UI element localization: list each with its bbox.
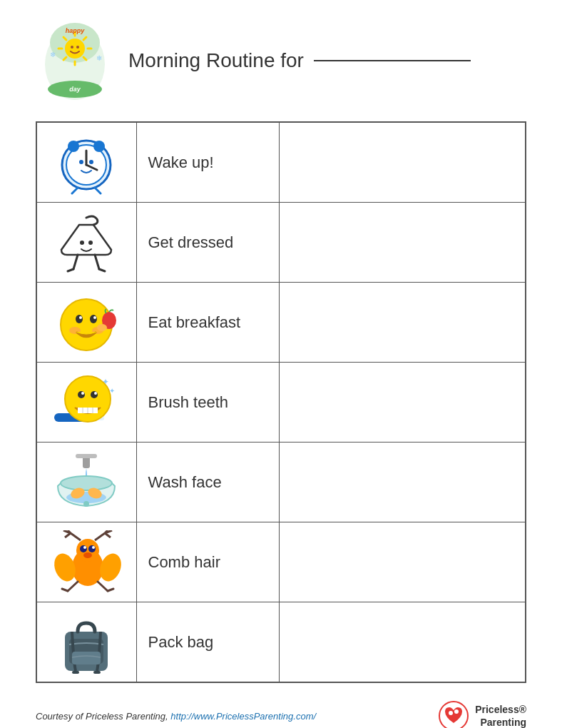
header: happy day ❄ ❄ Morning Routine for — [36, 21, 526, 100]
svg-point-81 — [83, 552, 92, 558]
svg-text:day: day — [69, 86, 81, 93]
svg-rect-90 — [72, 671, 79, 674]
svg-rect-92 — [72, 652, 101, 664]
check-cell-get-dressed[interactable] — [279, 203, 526, 283]
title-text: Morning Routine for — [128, 49, 304, 72]
svg-point-62 — [61, 476, 112, 490]
svg-point-94 — [449, 711, 453, 715]
svg-point-28 — [80, 241, 84, 245]
icon-cell-wake-up — [36, 122, 136, 203]
logo-badge: happy day ❄ ❄ — [36, 21, 114, 100]
svg-point-57 — [94, 392, 97, 395]
svg-point-42 — [97, 324, 107, 331]
svg-rect-61 — [76, 454, 97, 458]
svg-point-22 — [68, 141, 79, 152]
label-get-dressed: Get dressed — [136, 203, 279, 283]
svg-text:✦: ✦ — [102, 377, 109, 387]
check-cell-pack-bag[interactable] — [279, 602, 526, 683]
svg-point-80 — [92, 546, 95, 549]
label-wake-up: Wake up! — [136, 122, 279, 203]
svg-point-29 — [88, 241, 93, 245]
table-row: Wash face — [36, 443, 526, 522]
svg-text:❄: ❄ — [50, 51, 56, 59]
icon-cell-get-dressed — [36, 203, 136, 283]
svg-line-25 — [95, 188, 101, 193]
table-row: Get dressed — [36, 203, 526, 283]
label-eat-breakfast: Eat breakfast — [136, 283, 279, 363]
svg-line-32 — [68, 269, 73, 271]
table-row: Wake up! — [36, 122, 526, 203]
footer-courtesy: Courtesy of Priceless Parenting, http://… — [36, 711, 316, 722]
svg-point-66 — [83, 501, 89, 507]
svg-line-85 — [98, 582, 108, 591]
table-row: Comb hair — [36, 522, 526, 602]
svg-line-84 — [68, 582, 78, 591]
svg-point-27 — [89, 160, 93, 164]
brand-name: Priceless® Parenting — [475, 703, 526, 728]
icon-cell-comb-hair — [36, 522, 136, 602]
footer: Courtesy of Priceless Parenting, http://… — [36, 700, 526, 728]
check-cell-wash-face[interactable] — [279, 443, 526, 522]
table-row: ✦ ✦ Brush teeth — [36, 363, 526, 443]
footer-link[interactable]: http://www.PricelessParenting.com/ — [170, 711, 316, 722]
svg-point-26 — [79, 160, 83, 164]
svg-line-31 — [95, 255, 99, 269]
icon-cell-brush-teeth: ✦ ✦ — [36, 363, 136, 443]
svg-point-2 — [65, 39, 85, 59]
svg-point-11 — [71, 46, 73, 49]
svg-line-24 — [72, 188, 78, 193]
svg-line-69 — [71, 533, 81, 540]
svg-point-78 — [88, 545, 96, 552]
icon-cell-pack-bag — [36, 602, 136, 683]
name-underline — [314, 60, 471, 61]
svg-line-86 — [62, 589, 68, 591]
svg-point-77 — [80, 545, 87, 552]
check-cell-wake-up[interactable] — [279, 122, 526, 203]
svg-point-23 — [93, 141, 105, 152]
label-brush-teeth: Brush teeth — [136, 363, 279, 443]
svg-point-68 — [76, 539, 99, 562]
svg-point-40 — [93, 316, 96, 319]
footer-brand: Priceless® Parenting — [438, 700, 526, 728]
svg-line-73 — [95, 533, 105, 540]
label-wash-face: Wash face — [136, 443, 279, 522]
table-row: Eat breakfast — [36, 283, 526, 363]
svg-point-56 — [81, 392, 84, 395]
svg-text:❄: ❄ — [96, 54, 102, 62]
svg-rect-91 — [93, 671, 101, 674]
svg-line-33 — [99, 269, 105, 271]
brand-logo-icon — [438, 700, 469, 728]
check-cell-brush-teeth[interactable] — [279, 363, 526, 443]
label-comb-hair: Comb hair — [136, 522, 279, 602]
svg-text:✦: ✦ — [109, 387, 115, 395]
svg-text:happy: happy — [66, 27, 85, 34]
svg-point-39 — [79, 316, 82, 319]
svg-line-30 — [73, 255, 78, 269]
check-cell-eat-breakfast[interactable] — [279, 283, 526, 363]
svg-point-95 — [454, 709, 459, 714]
icon-cell-eat-breakfast — [36, 283, 136, 363]
routine-table: Wake up! — [36, 121, 526, 683]
svg-point-37 — [76, 315, 83, 323]
svg-point-12 — [76, 46, 79, 49]
svg-point-55 — [91, 391, 98, 398]
svg-point-79 — [83, 546, 86, 549]
svg-point-38 — [90, 315, 97, 323]
page-title: Morning Routine for — [128, 49, 471, 72]
label-pack-bag: Pack bag — [136, 602, 279, 683]
icon-cell-wash-face — [36, 443, 136, 522]
check-cell-comb-hair[interactable] — [279, 522, 526, 602]
svg-point-54 — [78, 391, 85, 398]
table-row: Pack bag — [36, 602, 526, 683]
svg-point-82 — [51, 550, 79, 584]
svg-line-87 — [108, 589, 113, 591]
